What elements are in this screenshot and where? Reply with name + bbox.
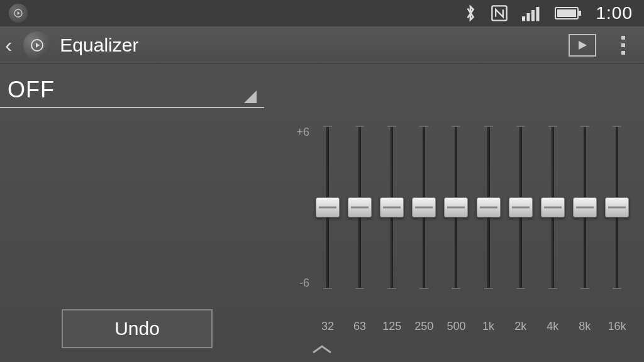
status-clock: 1:00	[596, 3, 633, 23]
eq-band-125[interactable]	[380, 126, 404, 289]
eq-band-250[interactable]	[412, 126, 436, 289]
eq-band-500[interactable]	[444, 126, 468, 289]
svg-marker-12	[579, 41, 587, 50]
overflow-menu-button[interactable]	[605, 31, 634, 60]
eq-freq-label: 4k	[541, 320, 565, 333]
equalizer-panel: +6 -6 32631252505001k2k4k8k16k	[289, 114, 629, 353]
bluetooth-icon	[464, 4, 477, 23]
svg-rect-6	[536, 7, 539, 21]
eq-freq-label: 2k	[509, 320, 533, 333]
svg-rect-9	[579, 11, 581, 16]
eq-band-8k[interactable]	[573, 126, 597, 289]
page-title: Equalizer	[60, 35, 138, 56]
walkman-app-icon[interactable]	[23, 31, 51, 59]
eq-slider-knob[interactable]	[509, 197, 533, 217]
preset-dropdown[interactable]: OFF	[0, 70, 264, 108]
eq-freq-label: 125	[380, 320, 404, 333]
eq-slider-knob[interactable]	[316, 197, 340, 217]
eq-slider-knob[interactable]	[573, 197, 597, 217]
eq-scale-min: -6	[289, 277, 309, 290]
eq-freq-label: 1k	[477, 320, 501, 333]
svg-rect-5	[531, 10, 535, 21]
eq-freq-label: 63	[348, 320, 372, 333]
drawer-handle-icon[interactable]	[311, 340, 333, 359]
action-bar: ‹ Equalizer	[0, 26, 644, 64]
svg-rect-4	[526, 13, 530, 21]
signal-icon	[522, 5, 541, 21]
eq-freq-label: 16k	[605, 320, 629, 333]
svg-rect-8	[557, 9, 576, 17]
now-playing-button[interactable]	[569, 34, 596, 57]
undo-button-label: Undo	[114, 318, 160, 339]
eq-slider-knob[interactable]	[605, 197, 629, 217]
eq-slider-knob[interactable]	[444, 197, 468, 217]
eq-slider-knob[interactable]	[541, 197, 565, 217]
preset-label: OFF	[8, 77, 55, 103]
status-bar: 1:00	[0, 0, 644, 26]
back-chevron-icon[interactable]: ‹	[0, 33, 14, 57]
walkman-small-icon	[9, 4, 28, 23]
eq-bands	[316, 126, 629, 289]
main-content: OFF Undo +6 -6 32631252505001k2k4k8k16k	[0, 64, 644, 362]
eq-band-1k[interactable]	[477, 126, 501, 289]
svg-marker-1	[18, 11, 20, 14]
eq-freq-label: 8k	[573, 320, 597, 333]
eq-freq-label: 500	[444, 320, 468, 333]
undo-button[interactable]: Undo	[62, 309, 213, 348]
eq-slider-knob[interactable]	[412, 197, 436, 217]
eq-freq-label: 250	[412, 320, 436, 333]
eq-slider-knob[interactable]	[477, 197, 501, 217]
eq-scale-max: +6	[289, 126, 309, 139]
svg-marker-11	[36, 43, 40, 48]
svg-rect-3	[522, 16, 525, 21]
eq-band-2k[interactable]	[509, 126, 533, 289]
eq-band-63[interactable]	[348, 126, 372, 289]
eq-slider-knob[interactable]	[348, 197, 372, 217]
eq-slider-knob[interactable]	[380, 197, 404, 217]
nfc-icon	[491, 4, 508, 22]
eq-band-32[interactable]	[316, 126, 340, 289]
eq-frequency-labels: 32631252505001k2k4k8k16k	[316, 320, 629, 333]
eq-band-16k[interactable]	[605, 126, 629, 289]
eq-band-4k[interactable]	[541, 126, 565, 289]
battery-icon	[555, 6, 582, 21]
dropdown-triangle-icon	[244, 90, 257, 103]
eq-freq-label: 32	[316, 320, 340, 333]
